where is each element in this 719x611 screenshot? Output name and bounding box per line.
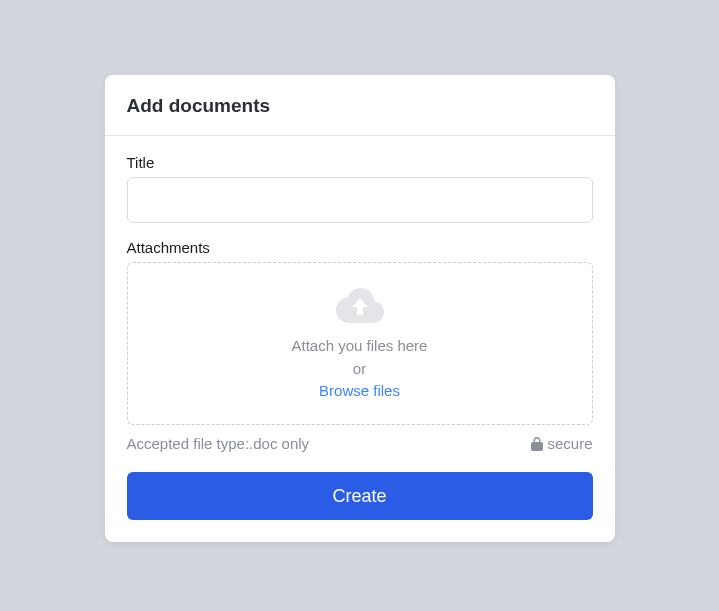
title-group: Title [127, 154, 593, 223]
secure-badge: secure [531, 435, 592, 452]
lock-icon [531, 437, 543, 451]
card-title: Add documents [127, 95, 593, 117]
attachments-group: Attachments Attach you files here or Bro… [127, 239, 593, 452]
title-label: Title [127, 154, 593, 171]
file-dropzone[interactable]: Attach you files here or Browse files [127, 262, 593, 425]
create-button[interactable]: Create [127, 472, 593, 520]
dropzone-or-text: or [138, 358, 582, 381]
accepted-filetype-hint: Accepted file type:.doc only [127, 435, 310, 452]
dropzone-primary-text: Attach you files here [138, 335, 582, 358]
browse-files-link[interactable]: Browse files [319, 382, 400, 399]
attachments-label: Attachments [127, 239, 593, 256]
title-input[interactable] [127, 177, 593, 223]
cloud-upload-icon [336, 285, 384, 325]
card-body: Title Attachments Attach you files here … [105, 136, 615, 542]
file-hint-row: Accepted file type:.doc only secure [127, 435, 593, 452]
add-documents-card: Add documents Title Attachments Attach y… [105, 75, 615, 542]
secure-label: secure [547, 435, 592, 452]
card-header: Add documents [105, 75, 615, 136]
